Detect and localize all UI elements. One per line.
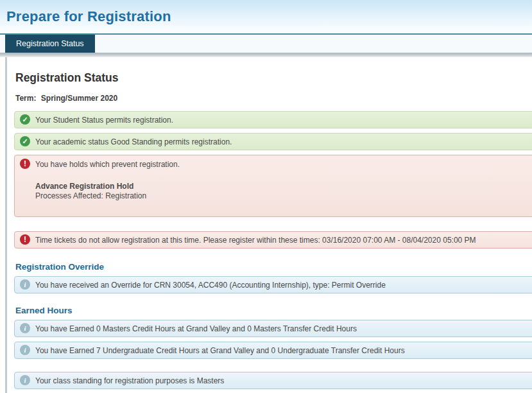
section-heading: Registration Override [15, 262, 532, 272]
section-earned-hours: Earned Hours i You have Earned 0 Masters… [14, 306, 532, 359]
page-title: Prepare for Registration [6, 8, 171, 25]
exclamation-circle-icon: ! [20, 234, 30, 245]
section-heading: Earned Hours [15, 306, 532, 315]
earned-hours-text: You have Earned 7 Undergraduate Credit H… [35, 345, 405, 356]
registration-status-panel: Registration Status Term: Spring/Summer … [5, 57, 532, 393]
hold-name: Advance Registration Hold [35, 182, 530, 191]
status-text: Your academic status Good Standing permi… [35, 136, 232, 147]
status-row-academic-status: ✓ Your academic status Good Standing per… [14, 133, 532, 150]
tab-shadow-divider [0, 53, 532, 57]
info-circle-icon: i [20, 323, 30, 333]
check-circle-icon: ✓ [20, 114, 30, 125]
tab-label: Registration Status [16, 39, 84, 48]
holds-detail: Advance Registration Hold Processes Affe… [35, 182, 530, 201]
holds-message: You have holds which prevent registratio… [35, 159, 180, 170]
section-registration-override: Registration Override i You have receive… [14, 262, 532, 293]
earned-hours-masters-row: i You have Earned 0 Masters Credit Hours… [14, 320, 532, 337]
status-row-student-status: ✓ Your Student Status permits registrati… [14, 111, 532, 128]
check-circle-icon: ✓ [20, 136, 30, 146]
tab-bar: Registration Status [0, 35, 532, 53]
class-standing-row: i Your class standing for registration p… [14, 372, 532, 389]
page-header: Prepare for Registration [0, 0, 532, 35]
time-ticket-text: Time tickets do not allow registration a… [35, 234, 476, 245]
override-text: You have received an Override for CRN 30… [35, 279, 386, 290]
class-standing-text: Your class standing for registration pur… [35, 375, 224, 386]
hold-processes: Processes Affected: Registration [35, 191, 530, 201]
earned-hours-undergrad-row: i You have Earned 7 Undergraduate Credit… [14, 342, 532, 359]
tab-registration-status[interactable]: Registration Status [5, 35, 95, 53]
earned-hours-text: You have Earned 0 Masters Credit Hours a… [35, 323, 357, 334]
exclamation-circle-icon: ! [20, 159, 30, 169]
time-ticket-alert: ! Time tickets do not allow registration… [14, 231, 532, 249]
holds-alert-box: ! You have holds which prevent registrat… [14, 155, 532, 217]
info-circle-icon: i [20, 345, 30, 355]
term-value: Spring/Summer 2020 [41, 94, 117, 103]
info-circle-icon: i [20, 375, 30, 385]
panel-title: Registration Status [15, 71, 532, 85]
info-circle-icon: i [20, 279, 30, 290]
override-info-row: i You have received an Override for CRN … [14, 276, 532, 293]
term-line: Term: Spring/Summer 2020 [15, 94, 532, 103]
status-text: Your Student Status permits registration… [35, 114, 173, 125]
term-label: Term: [15, 94, 36, 103]
